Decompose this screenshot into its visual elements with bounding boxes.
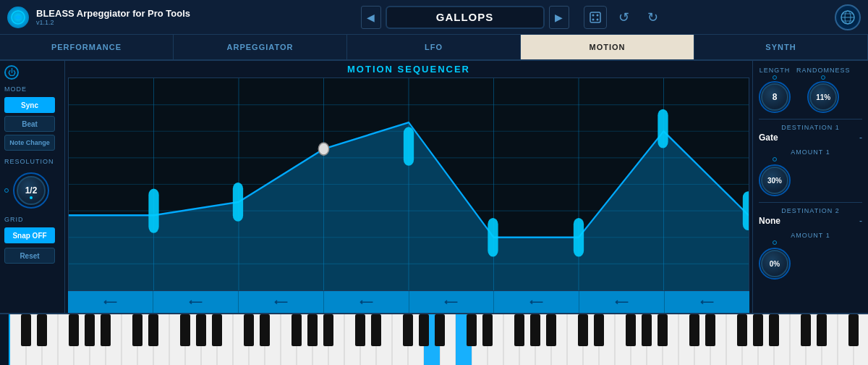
left-controls: ⏻ MODE Sync Beat Note Change RESOLUTION … xyxy=(0,61,65,313)
length-group: LENGTH 8 xyxy=(759,67,791,113)
preset-prev-button[interactable]: ◀ xyxy=(361,6,381,29)
resolution-knob-ring: 1/2 xyxy=(13,172,49,209)
amount2-knob-group: 0% xyxy=(759,240,791,280)
svg-rect-124 xyxy=(769,314,779,346)
dice-button[interactable] xyxy=(584,6,607,29)
keyboard xyxy=(0,313,868,365)
keyboard-inner[interactable] xyxy=(10,314,868,365)
snap-button[interactable]: Snap OFF xyxy=(4,227,55,243)
svg-rect-100 xyxy=(244,314,254,346)
amount1-indicator xyxy=(773,157,777,161)
tab-motion[interactable]: MOTION xyxy=(521,35,694,59)
resolution-knob-group: 1/2 xyxy=(4,172,60,209)
redo-button[interactable]: ↻ xyxy=(642,6,665,29)
preset-name[interactable]: GALLOPS xyxy=(386,6,545,29)
amount1-section: AMOUNT 1 30% xyxy=(759,148,862,196)
svg-rect-1 xyxy=(590,12,600,22)
preset-nav: ◀ GALLOPS ▶ xyxy=(361,6,569,29)
svg-rect-90 xyxy=(21,314,31,346)
svg-rect-93 xyxy=(85,314,95,346)
length-indicator xyxy=(773,75,777,80)
svg-rect-99 xyxy=(212,314,222,346)
resolution-value: 1/2 xyxy=(25,185,38,196)
resolution-knob[interactable]: 1/2 xyxy=(17,176,46,205)
tab-performance[interactable]: PERFORMANCE xyxy=(0,35,174,59)
svg-rect-121 xyxy=(705,314,715,346)
svg-rect-113 xyxy=(530,314,540,346)
svg-rect-120 xyxy=(689,314,699,346)
svg-rect-106 xyxy=(371,314,381,346)
tab-arpeggiator[interactable]: ARPEGGIATOR xyxy=(174,35,347,59)
svg-rect-97 xyxy=(180,314,190,346)
mode-sync-button[interactable]: Sync xyxy=(4,97,55,113)
randomness-indicator xyxy=(821,75,825,80)
svg-rect-126 xyxy=(817,314,827,346)
randomness-knob-ring: 11% xyxy=(807,81,839,113)
length-randomness-row: LENGTH 8 RANDOMNESS 11% xyxy=(759,67,862,113)
svg-point-28 xyxy=(318,143,328,155)
grid-label: GRID xyxy=(4,216,60,223)
amount2-knob[interactable]: 0% xyxy=(761,250,788,277)
tab-lfo[interactable]: LFO xyxy=(347,35,521,59)
amount2-knob-ring: 0% xyxy=(759,248,791,280)
length-value: 8 xyxy=(773,92,778,102)
svg-rect-117 xyxy=(626,314,636,346)
mode-beat-button[interactable]: Beat xyxy=(4,116,55,132)
header: BLEASS Arpeggiator for Pro Tools v1.1.2 … xyxy=(0,0,868,35)
step-arrow-4[interactable]: ⟵ xyxy=(324,291,409,313)
dest2-arrow[interactable]: - xyxy=(859,216,862,226)
amount2-indicator xyxy=(773,240,777,245)
settings-globe-button[interactable] xyxy=(835,4,861,30)
resolution-label: RESOLUTION xyxy=(4,158,60,165)
resolution-indicator xyxy=(4,188,9,193)
svg-point-5 xyxy=(596,18,598,20)
svg-point-4 xyxy=(592,18,594,20)
main-area: ⏻ MODE Sync Beat Note Change RESOLUTION … xyxy=(0,61,868,313)
step-arrow-6[interactable]: ⟵ xyxy=(494,291,579,313)
svg-rect-119 xyxy=(658,314,668,346)
svg-rect-94 xyxy=(101,314,111,346)
svg-rect-32 xyxy=(658,109,668,148)
svg-rect-109 xyxy=(435,314,445,346)
sequencer-area: MOTION SEQUENCER xyxy=(65,61,752,313)
randomness-knob[interactable]: 11% xyxy=(809,83,837,111)
step-arrow-5[interactable]: ⟵ xyxy=(409,291,495,313)
randomness-group: RANDOMNESS 11% xyxy=(796,67,851,113)
reset-button[interactable]: Reset xyxy=(4,248,55,264)
power-button[interactable]: ⏻ xyxy=(4,65,19,80)
svg-rect-102 xyxy=(292,314,302,346)
app-title: BLEASS Arpeggiator for Pro Tools xyxy=(36,8,190,19)
logo-icon xyxy=(7,7,29,28)
svg-rect-125 xyxy=(801,314,811,346)
amount1-value: 30% xyxy=(767,177,782,185)
header-icons: ↺ ↻ xyxy=(584,6,665,29)
step-arrow-7[interactable]: ⟵ xyxy=(579,291,665,313)
svg-rect-30 xyxy=(488,218,498,257)
svg-point-2 xyxy=(592,14,594,16)
step-arrow-1[interactable]: ⟵ xyxy=(68,291,153,313)
length-knob[interactable]: 8 xyxy=(761,83,788,111)
step-arrow-2[interactable]: ⟵ xyxy=(153,291,239,313)
svg-rect-29 xyxy=(404,127,414,166)
undo-button[interactable]: ↺ xyxy=(613,6,636,29)
step-arrow-8[interactable]: ⟵ xyxy=(665,291,749,313)
step-arrow-3[interactable]: ⟵ xyxy=(239,291,324,313)
preset-next-button[interactable]: ▶ xyxy=(549,6,569,29)
svg-rect-101 xyxy=(260,314,270,346)
amount1-knob-ring: 30% xyxy=(759,164,791,196)
svg-rect-27 xyxy=(233,182,243,222)
app-version: v1.1.2 xyxy=(36,19,190,26)
svg-rect-92 xyxy=(69,314,79,346)
svg-point-3 xyxy=(596,14,598,16)
keyboard-side xyxy=(0,314,10,365)
mode-notechange-button[interactable]: Note Change xyxy=(4,135,55,151)
svg-rect-105 xyxy=(355,314,365,346)
mode-label: MODE xyxy=(4,85,60,93)
amount1-knob[interactable]: 30% xyxy=(761,167,788,194)
dest2-section: DESTINATION 2 None - xyxy=(759,202,862,226)
tab-synth[interactable]: SYNTH xyxy=(694,35,868,59)
dest1-value: Gate xyxy=(759,133,778,143)
dest1-arrow[interactable]: - xyxy=(859,133,862,143)
sequencer-grid[interactable] xyxy=(68,77,749,291)
dest2-label: DESTINATION 2 xyxy=(759,207,862,214)
